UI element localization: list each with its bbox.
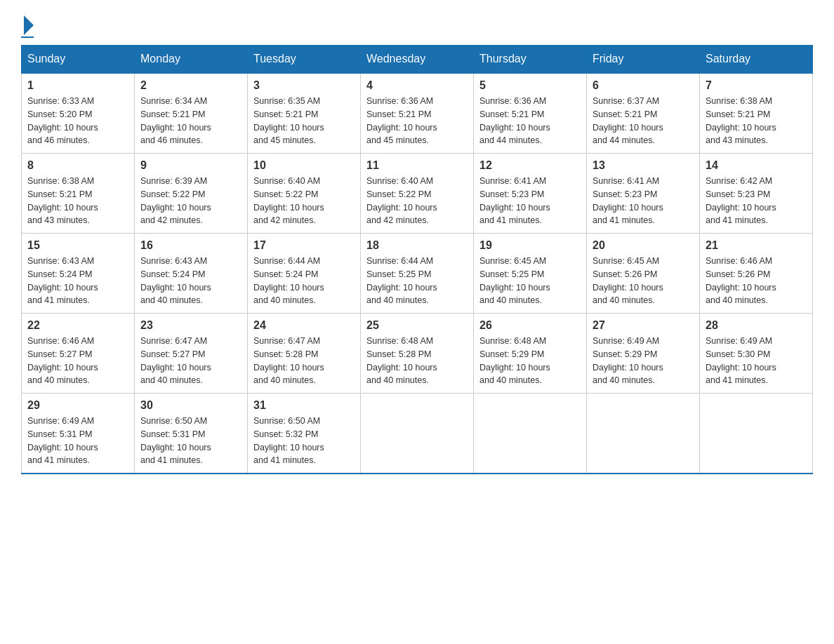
day-info: Sunrise: 6:40 AM Sunset: 5:22 PM Dayligh… <box>253 175 355 227</box>
day-info: Sunrise: 6:44 AM Sunset: 5:25 PM Dayligh… <box>366 255 468 307</box>
calendar-cell <box>474 394 587 474</box>
day-number: 13 <box>593 159 694 172</box>
day-number: 12 <box>479 159 581 172</box>
day-info: Sunrise: 6:49 AM Sunset: 5:30 PM Dayligh… <box>706 335 807 387</box>
calendar-cell: 20 Sunrise: 6:45 AM Sunset: 5:26 PM Dayl… <box>587 234 700 314</box>
day-info: Sunrise: 6:33 AM Sunset: 5:20 PM Dayligh… <box>27 95 128 147</box>
day-number: 5 <box>479 79 581 92</box>
calendar-week-1: 1 Sunrise: 6:33 AM Sunset: 5:20 PM Dayli… <box>22 73 813 154</box>
page-header <box>21 14 813 38</box>
calendar-cell: 10 Sunrise: 6:40 AM Sunset: 5:22 PM Dayl… <box>248 154 361 234</box>
day-info: Sunrise: 6:47 AM Sunset: 5:28 PM Dayligh… <box>253 335 355 387</box>
calendar-cell: 19 Sunrise: 6:45 AM Sunset: 5:25 PM Dayl… <box>474 234 587 314</box>
day-info: Sunrise: 6:42 AM Sunset: 5:23 PM Dayligh… <box>706 175 807 227</box>
calendar-cell: 28 Sunrise: 6:49 AM Sunset: 5:30 PM Dayl… <box>700 314 813 394</box>
day-number: 19 <box>479 239 581 252</box>
day-number: 28 <box>706 319 807 332</box>
day-number: 15 <box>27 239 128 252</box>
day-info: Sunrise: 6:41 AM Sunset: 5:23 PM Dayligh… <box>479 175 581 227</box>
day-info: Sunrise: 6:45 AM Sunset: 5:25 PM Dayligh… <box>479 255 581 307</box>
calendar-cell: 26 Sunrise: 6:48 AM Sunset: 5:29 PM Dayl… <box>474 314 587 394</box>
day-info: Sunrise: 6:39 AM Sunset: 5:22 PM Dayligh… <box>140 175 241 227</box>
day-number: 27 <box>593 319 694 332</box>
day-info: Sunrise: 6:37 AM Sunset: 5:21 PM Dayligh… <box>593 95 694 147</box>
day-info: Sunrise: 6:48 AM Sunset: 5:29 PM Dayligh… <box>479 335 581 387</box>
day-info: Sunrise: 6:50 AM Sunset: 5:31 PM Dayligh… <box>140 415 241 467</box>
calendar-cell: 12 Sunrise: 6:41 AM Sunset: 5:23 PM Dayl… <box>474 154 587 234</box>
calendar-cell: 8 Sunrise: 6:38 AM Sunset: 5:21 PM Dayli… <box>22 154 135 234</box>
day-number: 2 <box>140 79 241 92</box>
day-number: 25 <box>366 319 468 332</box>
day-info: Sunrise: 6:46 AM Sunset: 5:26 PM Dayligh… <box>706 255 807 307</box>
day-info: Sunrise: 6:49 AM Sunset: 5:29 PM Dayligh… <box>593 335 694 387</box>
day-info: Sunrise: 6:46 AM Sunset: 5:27 PM Dayligh… <box>27 335 128 387</box>
logo-underline <box>21 36 34 38</box>
calendar-cell: 25 Sunrise: 6:48 AM Sunset: 5:28 PM Dayl… <box>361 314 474 394</box>
day-number: 29 <box>27 399 128 412</box>
day-number: 22 <box>27 319 128 332</box>
day-info: Sunrise: 6:36 AM Sunset: 5:21 PM Dayligh… <box>366 95 468 147</box>
day-number: 31 <box>253 399 355 412</box>
day-number: 7 <box>706 79 807 92</box>
day-number: 6 <box>593 79 694 92</box>
calendar-header-wednesday: Wednesday <box>361 46 474 74</box>
day-number: 8 <box>27 159 128 172</box>
calendar-cell: 7 Sunrise: 6:38 AM Sunset: 5:21 PM Dayli… <box>700 73 813 154</box>
calendar-header-thursday: Thursday <box>474 46 587 74</box>
day-number: 10 <box>253 159 355 172</box>
calendar-cell: 6 Sunrise: 6:37 AM Sunset: 5:21 PM Dayli… <box>587 73 700 154</box>
calendar-cell: 11 Sunrise: 6:40 AM Sunset: 5:22 PM Dayl… <box>361 154 474 234</box>
day-number: 26 <box>479 319 581 332</box>
calendar-cell: 29 Sunrise: 6:49 AM Sunset: 5:31 PM Dayl… <box>22 394 135 474</box>
calendar-cell: 24 Sunrise: 6:47 AM Sunset: 5:28 PM Dayl… <box>248 314 361 394</box>
day-info: Sunrise: 6:34 AM Sunset: 5:21 PM Dayligh… <box>140 95 241 147</box>
calendar-header-sunday: Sunday <box>22 46 135 74</box>
calendar-cell: 22 Sunrise: 6:46 AM Sunset: 5:27 PM Dayl… <box>22 314 135 394</box>
calendar-cell: 4 Sunrise: 6:36 AM Sunset: 5:21 PM Dayli… <box>361 73 474 154</box>
day-number: 24 <box>253 319 355 332</box>
calendar-cell: 23 Sunrise: 6:47 AM Sunset: 5:27 PM Dayl… <box>135 314 248 394</box>
calendar-header-friday: Friday <box>587 46 700 74</box>
day-number: 16 <box>140 239 241 252</box>
calendar-cell: 16 Sunrise: 6:43 AM Sunset: 5:24 PM Dayl… <box>135 234 248 314</box>
calendar-cell: 18 Sunrise: 6:44 AM Sunset: 5:25 PM Dayl… <box>361 234 474 314</box>
calendar-cell: 14 Sunrise: 6:42 AM Sunset: 5:23 PM Dayl… <box>700 154 813 234</box>
calendar-cell: 27 Sunrise: 6:49 AM Sunset: 5:29 PM Dayl… <box>587 314 700 394</box>
day-number: 30 <box>140 399 241 412</box>
calendar-cell: 1 Sunrise: 6:33 AM Sunset: 5:20 PM Dayli… <box>22 73 135 154</box>
calendar-cell: 30 Sunrise: 6:50 AM Sunset: 5:31 PM Dayl… <box>135 394 248 474</box>
calendar-cell: 31 Sunrise: 6:50 AM Sunset: 5:32 PM Dayl… <box>248 394 361 474</box>
calendar-header-saturday: Saturday <box>700 46 813 74</box>
calendar-cell: 9 Sunrise: 6:39 AM Sunset: 5:22 PM Dayli… <box>135 154 248 234</box>
day-info: Sunrise: 6:43 AM Sunset: 5:24 PM Dayligh… <box>27 255 128 307</box>
calendar-week-5: 29 Sunrise: 6:49 AM Sunset: 5:31 PM Dayl… <box>22 394 813 474</box>
calendar-cell: 5 Sunrise: 6:36 AM Sunset: 5:21 PM Dayli… <box>474 73 587 154</box>
calendar-week-3: 15 Sunrise: 6:43 AM Sunset: 5:24 PM Dayl… <box>22 234 813 314</box>
day-number: 17 <box>253 239 355 252</box>
calendar-week-4: 22 Sunrise: 6:46 AM Sunset: 5:27 PM Dayl… <box>22 314 813 394</box>
calendar-cell <box>587 394 700 474</box>
day-number: 18 <box>366 239 468 252</box>
day-info: Sunrise: 6:49 AM Sunset: 5:31 PM Dayligh… <box>27 415 128 467</box>
calendar-cell: 13 Sunrise: 6:41 AM Sunset: 5:23 PM Dayl… <box>587 154 700 234</box>
day-info: Sunrise: 6:36 AM Sunset: 5:21 PM Dayligh… <box>479 95 581 147</box>
day-number: 14 <box>706 159 807 172</box>
day-info: Sunrise: 6:38 AM Sunset: 5:21 PM Dayligh… <box>706 95 807 147</box>
calendar-cell: 15 Sunrise: 6:43 AM Sunset: 5:24 PM Dayl… <box>22 234 135 314</box>
day-number: 3 <box>253 79 355 92</box>
logo <box>21 14 34 38</box>
day-number: 20 <box>593 239 694 252</box>
calendar-header-monday: Monday <box>135 46 248 74</box>
logo-arrow-icon <box>24 15 34 35</box>
calendar-cell: 17 Sunrise: 6:44 AM Sunset: 5:24 PM Dayl… <box>248 234 361 314</box>
calendar-table: SundayMondayTuesdayWednesdayThursdayFrid… <box>21 45 813 474</box>
calendar-cell <box>700 394 813 474</box>
day-info: Sunrise: 6:50 AM Sunset: 5:32 PM Dayligh… <box>253 415 355 467</box>
calendar-cell <box>361 394 474 474</box>
day-number: 4 <box>366 79 468 92</box>
calendar-header-row: SundayMondayTuesdayWednesdayThursdayFrid… <box>22 46 813 74</box>
day-info: Sunrise: 6:45 AM Sunset: 5:26 PM Dayligh… <box>593 255 694 307</box>
calendar-header-tuesday: Tuesday <box>248 46 361 74</box>
day-info: Sunrise: 6:47 AM Sunset: 5:27 PM Dayligh… <box>140 335 241 387</box>
day-info: Sunrise: 6:38 AM Sunset: 5:21 PM Dayligh… <box>27 175 128 227</box>
